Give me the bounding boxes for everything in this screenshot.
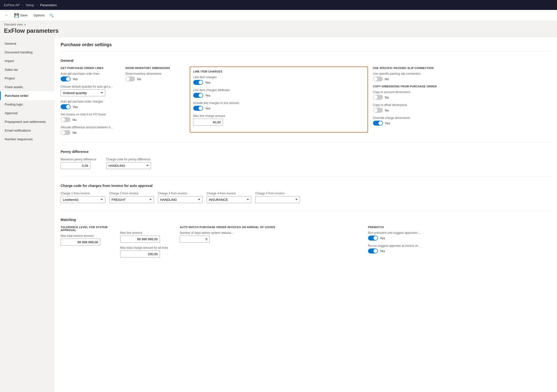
- allocate-diff-toggle[interactable]: [61, 130, 71, 135]
- run-prematch-toggle[interactable]: [368, 236, 378, 241]
- sidebar-item-approval[interactable]: Approval: [0, 109, 55, 117]
- max-line-col: Max line amount Max total charge amount …: [120, 226, 175, 261]
- charge1-select[interactable]: LineItem01: [61, 196, 105, 203]
- auto-match-header: AUTO MATCH PURCHASE ORDER INVOICES ON AR…: [180, 226, 363, 229]
- include-line-charges-toggle[interactable]: [193, 106, 203, 111]
- rerun-suggest-field: Re-run suggest approver at invoice re...…: [368, 244, 551, 253]
- default-quantity-label: Choose default quantity for auto get p..…: [61, 85, 120, 88]
- copy-account-dim-field: Copy to account dimensions No: [373, 90, 551, 100]
- line-item-charges-track: [193, 80, 203, 85]
- view-bar[interactable]: Standard view ∨: [0, 21, 557, 26]
- allocate-diff-toggle-wrap: No: [61, 130, 120, 135]
- divider-2: [61, 143, 551, 143]
- run-prematch-toggle-wrap: Yes: [368, 236, 551, 241]
- charge5-label: Charge 5 from invoice: [255, 192, 300, 195]
- options-button[interactable]: Options: [32, 12, 47, 18]
- sidebar-item-general[interactable]: General: [0, 39, 55, 48]
- page-title: ExFlow parameters: [4, 27, 553, 34]
- auto-get-po-charges-toggle-wrap: Yes: [61, 104, 120, 109]
- invoice-hold-track: [61, 117, 71, 122]
- auto-get-po-track: [61, 76, 71, 81]
- sidebar-item-purchase-order[interactable]: Purchase order: [0, 91, 55, 100]
- use-packing-slip-field: Use specific packing slip connection No: [373, 72, 551, 81]
- copy-account-dim-thumb: [373, 95, 377, 99]
- override-charge-dim-label: Override charge dimensions: [373, 116, 551, 120]
- sidebar-item-document-handling[interactable]: Document handling: [0, 48, 55, 57]
- sidebar-item-import[interactable]: Import: [0, 57, 55, 65]
- purchase-order-settings-title: Purchase order settings: [61, 42, 551, 47]
- allocate-diff-value: No: [73, 131, 77, 135]
- charge-code-penny-select[interactable]: HANDLING: [106, 162, 151, 169]
- charge4-field: Charge 4 from invoice INSURANCE: [207, 192, 251, 203]
- max-penny-diff-input[interactable]: [61, 162, 90, 169]
- line-item-charges-attrs-toggle[interactable]: [193, 93, 203, 98]
- top-nav: ExFlow AP › Setup › Parameters: [0, 0, 557, 10]
- sidebar-item-email-notifications[interactable]: Email notifications: [0, 126, 55, 135]
- breadcrumb-exflow[interactable]: ExFlow AP: [4, 3, 20, 7]
- default-quantity-field: Choose default quantity for auto get p..…: [61, 85, 120, 96]
- include-line-charges-field: Include line charges in line amount Yes: [193, 101, 365, 111]
- breadcrumb-setup[interactable]: Setup: [26, 3, 34, 7]
- save-label: Save: [20, 13, 28, 17]
- back-icon: ←: [5, 13, 8, 17]
- rerun-suggest-track: [368, 249, 378, 253]
- max-line-amount-input[interactable]: [120, 236, 160, 243]
- auto-get-po-toggle[interactable]: [61, 76, 71, 81]
- invoice-hold-toggle[interactable]: [61, 117, 71, 122]
- back-button[interactable]: ←: [3, 12, 10, 18]
- rerun-suggest-toggle[interactable]: [368, 249, 378, 253]
- num-days-field: Number of days before system release...: [180, 231, 363, 243]
- line-item-charges-toggle[interactable]: [193, 80, 203, 85]
- charge5-select[interactable]: [255, 196, 300, 203]
- charge3-select[interactable]: HANDLING: [158, 196, 203, 203]
- standard-view-label: Standard view: [4, 23, 23, 26]
- charge1-label: Charge 1 from invoice: [61, 192, 105, 195]
- general-grid: GET PURCHASE ORDER LINES Auto get purcha…: [61, 67, 551, 139]
- num-days-input[interactable]: [180, 236, 210, 243]
- charge5-field: Charge 5 from invoice: [255, 192, 300, 203]
- num-days-label: Number of days before system release...: [180, 231, 363, 235]
- charge4-select[interactable]: INSURANCE: [207, 196, 251, 203]
- line-item-charges-attrs-label: Line item charges attributes: [193, 88, 365, 92]
- show-inv-dim-field: Show inventory dimensions No: [125, 72, 185, 81]
- max-line-charge-input[interactable]: [193, 119, 223, 126]
- auto-get-po-thumb: [66, 77, 70, 81]
- breadcrumb-parameters: Parameters: [40, 3, 57, 7]
- use-packing-slip-toggle[interactable]: [373, 76, 383, 81]
- sidebar-item-sales-tax[interactable]: Sales tax: [0, 65, 55, 74]
- prematch-col: PREMATCH Run prematch and suggest approv…: [368, 226, 551, 261]
- max-line-amount-label: Max line amount: [120, 231, 175, 235]
- copy-account-dim-toggle[interactable]: [373, 95, 383, 100]
- line-item-charges-field: Line item charges Yes: [193, 75, 365, 85]
- max-line-amount-field: Max line amount: [120, 231, 175, 243]
- charge-code-penny-field: Charge code for penny difference HANDLIN…: [106, 158, 151, 169]
- copy-offset-dim-toggle[interactable]: [373, 108, 383, 113]
- default-quantity-select[interactable]: Ordered quantity: [61, 89, 105, 96]
- max-total-charge-input[interactable]: [120, 250, 160, 257]
- override-charge-dim-track: [373, 121, 383, 126]
- run-prematch-field: Run prematch and suggest approvers ... Y…: [368, 231, 551, 241]
- save-button[interactable]: 💾 Save: [12, 12, 30, 19]
- search-icon: 🔍: [49, 13, 54, 17]
- show-inv-dim-toggle[interactable]: [125, 76, 135, 81]
- rerun-suggest-value: Yes: [380, 249, 385, 253]
- page-title-area: ExFlow parameters: [0, 26, 557, 37]
- sidebar: General Document handling Import Sales t…: [0, 37, 55, 392]
- run-prematch-label: Run prematch and suggest approvers ...: [368, 231, 551, 235]
- sidebar-item-fixed-assets[interactable]: Fixed assets: [0, 83, 55, 91]
- auto-get-po-charges-thumb: [66, 105, 70, 109]
- auto-get-po-charges-toggle[interactable]: [61, 104, 71, 109]
- override-charge-dim-toggle[interactable]: [373, 121, 383, 126]
- sidebar-item-posting-logic[interactable]: Posting logic: [0, 100, 55, 109]
- search-button[interactable]: 🔍: [48, 12, 55, 18]
- copy-offset-dim-field: Copy to offset dimensions No: [373, 103, 551, 113]
- invoice-hold-value: No: [73, 118, 77, 122]
- auto-get-po-label: Auto get purchase order lines: [61, 72, 120, 75]
- max-total-invoice-input[interactable]: [61, 239, 100, 246]
- divider-1: [61, 51, 551, 52]
- sidebar-item-project[interactable]: Project: [0, 74, 55, 83]
- sidebar-item-number-sequences[interactable]: Number sequences: [0, 135, 55, 143]
- charge2-select[interactable]: FREIGHT: [109, 196, 154, 203]
- copy-offset-dim-label: Copy to offset dimensions: [373, 103, 551, 107]
- sidebar-item-prepayment[interactable]: Prepayment and settlements: [0, 117, 55, 126]
